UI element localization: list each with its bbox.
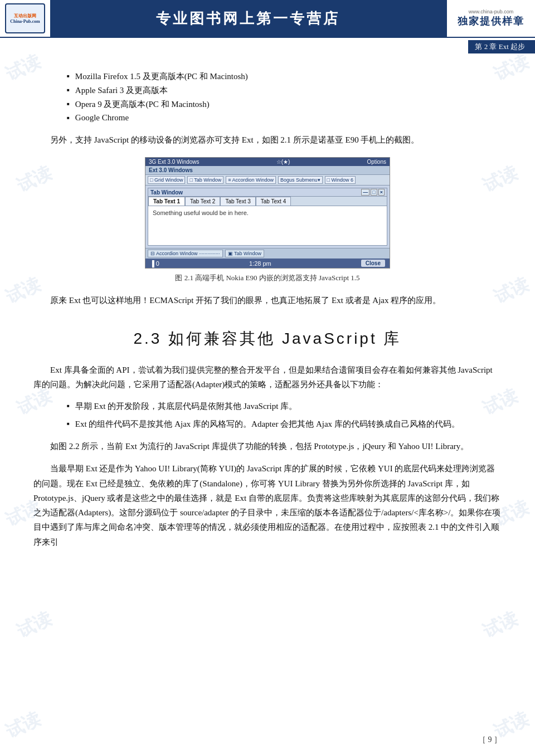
list-item: 早期 Ext 的开发阶段，其底层代码是依附其他 JavaScript 库。 [67,399,502,414]
tab-text-4[interactable]: Tab Text 4 [256,197,291,206]
logo-top-text: 互动出版网 [14,13,36,19]
accordion-bar: ⊟ Accordion Window ··············· ▣ Tab… [145,248,390,258]
adapter-feature-list: 早期 Ext 的开发阶段，其底层代码是依附其他 JavaScript 库。 Ex… [67,399,502,431]
tab-window-titlebar: Tab Window — □ × [148,188,387,197]
logo-box: 互动出版网 China-Pub.com [5,3,45,33]
figure-caption: 图 2.1 高端手机 Nokia E90 内嵌的浏览器支持 JavaScript… [175,273,359,283]
minimize-button[interactable]: — [361,189,369,196]
paragraph-2: 原来 Ext 也可以这样地用！ECMAScript 开拓了我们的眼界，也真正地拓… [33,293,502,308]
logo-area: 互动出版网 China-Pub.com [0,0,50,37]
statusbar-right: ☆(★) [276,159,290,165]
tab-window-title: Tab Window [150,189,183,196]
toolbar-tab-window[interactable]: □ Tab Window [187,176,223,184]
paragraph-1: 另外，支持 JavaScript 的移动设备的浏览器亦可支持 Ext，如图 2.… [33,133,502,147]
main-content: Mozilla Firefox 1.5 及更高版本(PC 和 Macintosh… [0,55,535,574]
toolbar-bogus-submenu[interactable]: Bogus Submenu▾ [278,176,323,184]
bottom-left: ▐ 0 [150,260,159,267]
section-heading: 2.3 如何兼容其他 JavaScript 库 [33,328,502,349]
window-controls: — □ × [361,189,385,196]
logo-bottom-text: China-Pub.com [10,19,40,24]
accordion-window-item[interactable]: ⊟ Accordion Window ··············· [148,250,223,257]
header-url: www.china-pub.com [469,9,514,14]
watermark: 试读 [13,607,56,644]
list-item: Apple Safari 3 及更高版本 [67,85,502,96]
ext-nav-title: Ext 3.0 Windows [149,167,193,173]
screenshot-box: 3G Ext 3.0 Windows ☆(★) Options Ext 3.0 … [145,157,390,269]
tab-content: Something useful would be in here. [148,206,387,245]
bottom-time: 1:28 pm [249,260,271,267]
screenshot-container: 3G Ext 3.0 Windows ☆(★) Options Ext 3.0 … [134,157,401,283]
tab-text-3[interactable]: Tab Text 3 [220,197,255,206]
statusbar-left: 3G Ext 3.0 Windows [149,159,200,165]
ext-nav-bar: Ext 3.0 Windows [145,166,390,175]
toolbar-grid-window[interactable]: □ Grid Window [148,176,185,184]
restore-button[interactable]: □ [371,189,377,196]
chapter-tag: 第 2 章 Ext 起步 [468,40,535,53]
watermark: 试读 [2,707,45,744]
browser-list: Mozilla Firefox 1.5 及更高版本(PC 和 Macintosh… [67,71,502,123]
tab-text-1[interactable]: Tab Text 1 [148,197,185,206]
phone-statusbar: 3G Ext 3.0 Windows ☆(★) Options [145,158,390,166]
paragraph-3: Ext 库具备全面的 API，尝试着为我们提供完整的整合开发平台，但是如果结合遗… [33,363,502,392]
toolbar-window6[interactable]: □ Window 6 [325,176,356,184]
bottom-close-button[interactable]: Close [361,260,385,267]
tab-row: Tab Text 1 Tab Text 2 Tab Text 3 Tab Tex… [148,197,387,206]
list-item: Opera 9 及更高版本(PC 和 Macintosh) [67,99,502,110]
phone-bottombar: ▐ 0 1:28 pm Close [145,258,390,268]
list-item: Mozilla Firefox 1.5 及更高版本(PC 和 Macintosh… [67,71,502,82]
list-item: Google Chrome [67,113,502,123]
options-button[interactable]: Options [367,159,386,165]
header-right-area: www.china-pub.com 独家提供样章 [446,0,535,37]
site-title-area: 专业图书网上第一专营店 [50,0,446,37]
toolbar-accordion-window[interactable]: ≡ Accordion Window [226,176,276,184]
header: 互动出版网 China-Pub.com 专业图书网上第一专营店 www.chin… [0,0,535,38]
paragraph-5: 当最早期 Ext 还是作为 Yahoo UI! Library(简称 YUI)的… [33,461,502,549]
exclusive-label: 独家提供样章 [458,14,524,28]
tab-text-2[interactable]: Tab Text 2 [185,197,220,206]
watermark: 试读 [479,607,522,644]
page-number: ［ 9 ］ [478,735,502,745]
site-title: 专业图书网上第一专营店 [156,9,340,28]
close-button[interactable]: × [378,189,385,196]
paragraph-4: 如图 2.2 所示，当前 Ext 为流行的 JavaScript 库提供了功能的… [33,439,502,453]
list-item: Ext 的组件代码不是按其他 Ajax 库的风格写的。Adapter 会把其他 … [67,417,502,432]
statusbar-icon: ☆(★) [276,159,290,165]
ext-toolbar: □ Grid Window □ Tab Window ≡ Accordion W… [145,175,390,186]
tab-window-box: Tab Window — □ × Tab Text 1 Tab Text 2 T… [148,188,387,246]
tab-window-accordion-item[interactable]: ▣ Tab Window [225,250,264,257]
